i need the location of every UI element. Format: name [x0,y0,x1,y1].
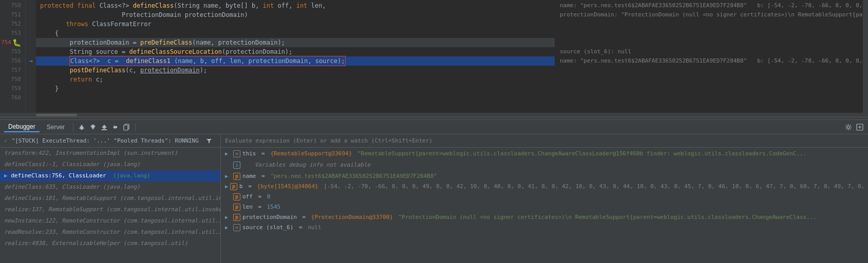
gutter-755 [26,47,36,56]
editor-area: 750 751 752 753 754 🐛 755 756 757 758 75… [0,0,868,113]
hint-line-759 [560,84,863,93]
svg-rect-2 [103,128,105,129]
debugger-toolbar: Debugger Server [0,120,868,134]
threads-panel: ✓ "[STUCK] ExecuteThread: '...' "Pooled … [0,134,221,263]
hint-line-752 [560,19,863,29]
step-out-icon[interactable] [100,123,108,131]
hint-line-756: name: "pers.neo.test6$2ABAFAE33650252B67… [560,56,863,66]
code-line-750: protected final Class<?> defineClass ( S… [36,1,555,10]
code-line-754: protectionDomain = preDefineClass (name,… [36,38,555,47]
var-debug-info: i Variables debug info not available [221,159,868,171]
pd-icon: p [233,214,240,221]
stack-frame-8[interactable]: readResolve:233, RemoteConstructor (com.… [0,227,220,238]
var-this: ▶ ≡ this = {RemotableSupport@33694} "Rem… [221,149,868,159]
toolbar-sep-1 [73,123,73,131]
gutter-757 [26,66,36,75]
code-line-760 [36,93,555,103]
copy-icon[interactable] [123,123,131,131]
name-icon: p [233,173,240,180]
source-icon: ≡ [233,224,240,231]
tab-debugger[interactable]: Debugger [4,122,40,132]
stack-frame-1[interactable]: transform:422, InstrumentationImpl (sun.… [0,148,220,159]
code-line-753: { [36,29,555,38]
eval-placeholder: Evaluate expression (Enter) or add a wat… [225,137,432,144]
variables-panel: Evaluate expression (Enter) or add a wat… [221,134,868,263]
code-line-755: String source = defineClassSourceLocatio… [36,47,555,56]
hint-line-760 [560,93,863,103]
expand-this-icon[interactable]: ▶ [225,149,231,158]
gutter-752 [26,19,36,29]
gutter-750 [26,1,36,10]
stack-frame-3[interactable]: ▶ defineClass:756, ClassLoader (java.lan… [0,170,220,181]
frame-down-icon[interactable] [89,123,97,131]
code-line-759: } [36,84,555,93]
tab-server[interactable]: Server [43,123,69,132]
svg-point-6 [847,126,850,128]
this-icon: ≡ [233,150,240,157]
code-line-756: Class<?> c = defineClass1 (name, b, off,… [36,56,555,66]
svg-rect-3 [102,129,107,130]
line-753: 753 [0,29,21,38]
settings-icon[interactable] [844,123,853,131]
var-name: ▶ p name = "pers.neo.test6$2ABAFAE336502… [221,171,868,181]
hint-line-755: source (slot_6): null [560,47,863,56]
gutter-753 [26,29,36,38]
frame-up-icon[interactable] [78,123,86,131]
expand-source-icon[interactable]: ▶ [225,223,231,232]
stack-frame-2[interactable]: defineClass1:-1, ClassLoader (java.lang) [0,159,220,170]
stack-frame-7[interactable]: newInstance:122, RemoteConstructor (com.… [0,215,220,227]
restore-icon[interactable] [111,123,120,131]
toolbar-sep-2 [135,123,136,131]
vertical-scrollbar[interactable] [863,0,868,113]
var-len: p len = 1545 [221,202,868,212]
line-752: 752 [0,19,21,29]
line-750: 750 [0,1,21,10]
hint-line-758 [560,75,863,84]
gutter: → [26,0,36,113]
code-line-752: throws ClassFormatError [36,19,555,29]
debugger-content: ✓ "[STUCK] ExecuteThread: '...' "Pooled … [0,134,868,263]
debugger-area: Debugger Server ✓ [0,120,868,263]
gutter-758 [26,75,36,84]
gutter-756: → [26,56,36,66]
var-protectiondomain: ▶ p protectionDomain = {ProtectionDomain… [221,212,868,222]
gutter-759 [26,84,36,93]
svg-rect-5 [124,125,128,130]
line-755: 755 [0,47,21,56]
stack-frame-9[interactable]: realize:4938, ExternalizableHelper (com.… [0,238,220,249]
stack-frame-4[interactable]: defineClass:635, ClassLoader (java.lang) [0,181,220,193]
line-757: 757 [0,66,21,75]
scrollbar-thumb[interactable] [36,114,77,116]
expand-b-icon[interactable]: ▶ [225,182,228,191]
len-icon: p [233,204,240,211]
horizontal-scrollbar-editor[interactable] [0,113,868,117]
hint-line-757 [560,66,863,75]
eval-bar[interactable]: Evaluate expression (Enter) or add a wat… [221,134,868,148]
expand-icon[interactable] [856,123,864,131]
thread-filter-icon[interactable] [205,137,213,145]
thread-label: "[STUCK] ExecuteThread: '...' "Pooled Th… [12,137,199,144]
gutter-760 [26,93,36,103]
stack-frame-5[interactable]: defineClass:181, RemotableSupport (com.t… [0,193,220,204]
hint-line-753 [560,29,863,38]
threads-header: ✓ "[STUCK] ExecuteThread: '...' "Pooled … [0,134,220,148]
hint-line-751: protectionDomain: "ProtectionDomain (nul… [560,10,863,19]
expand-name-icon[interactable]: ▶ [225,172,231,181]
code-line-751: ProtectionDomain protectionDomain) [36,10,555,19]
var-b: ▶ p b = {byte[1545]@34064} [-54, -2, -70… [221,181,868,192]
var-off: p off = 0 [221,192,868,202]
line-754: 754 🐛 [0,38,21,47]
stack-frame-6[interactable]: realize:137, RemotableSupport (com.tango… [0,204,220,215]
svg-rect-0 [81,129,83,130]
expand-pd-icon[interactable]: ▶ [225,213,231,222]
hint-area: name: "pers.neo.test6$2ABAFAE33650252B67… [555,0,863,113]
svg-rect-1 [92,125,94,126]
line-751: 751 [0,10,21,19]
line-759: 759 [0,84,21,93]
thread-check-icon: ✓ [4,137,8,144]
var-source: ▶ ≡ source (slot_6) = null [221,222,868,233]
b-icon: p [230,183,237,190]
gutter-754 [26,38,36,47]
threads-list: transform:422, InstrumentationImpl (sun.… [0,148,220,263]
hint-line-754 [560,38,863,47]
